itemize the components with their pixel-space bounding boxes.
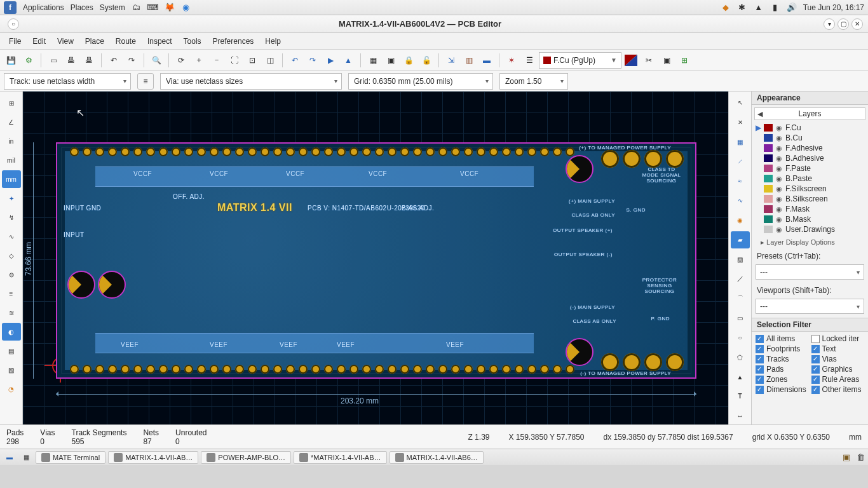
filter-locked-iter[interactable]: Locked iter	[811, 334, 865, 343]
layer-color-swatch[interactable]	[764, 124, 773, 132]
checkbox-icon[interactable]	[756, 345, 764, 353]
checkbox-icon[interactable]	[756, 355, 764, 363]
layer-color-swatch[interactable]	[764, 154, 773, 162]
mirror-h-icon[interactable]: ▶	[322, 52, 339, 69]
via-outline-toggle[interactable]: ⊖	[2, 266, 21, 283]
fedora-logo-icon[interactable]: f	[4, 1, 17, 14]
layer-color-swatch[interactable]	[764, 185, 773, 193]
grid-select[interactable]: Grid: 0.6350 mm (25.00 mils)▾	[348, 73, 493, 90]
file-manager-icon[interactable]: 🗂	[132, 3, 142, 13]
layer-row-b-paste[interactable]: ▶◉B.Paste	[754, 173, 865, 184]
layer-row-f-paste[interactable]: ▶◉F.Paste	[754, 163, 865, 173]
polar-coords-toggle[interactable]: ∠	[2, 113, 21, 131]
clock[interactable]: Tue Jun 20, 16:17	[803, 3, 864, 12]
zone-display-toggle[interactable]: ▨	[2, 361, 21, 379]
layer-color-swatch[interactable]	[764, 165, 773, 172]
layer-row-b-silkscreen[interactable]: ▶◉B.Silkscreen	[754, 194, 865, 204]
task-item[interactable]: POWER-AMP-BLO…	[201, 451, 291, 464]
menu-view[interactable]: View	[52, 35, 79, 48]
layer-row-f-silkscreen[interactable]: ▶◉F.Silkscreen	[754, 184, 865, 194]
wifi-icon[interactable]: ▲	[754, 3, 764, 13]
filter-all-items[interactable]: All items	[756, 334, 809, 343]
visibility-eye-icon[interactable]: ◉	[776, 165, 782, 173]
menu-preferences[interactable]: Preferences	[208, 35, 259, 48]
task-item[interactable]: *MATRIX-1.4-VII-AB…	[294, 451, 386, 464]
lock-icon[interactable]: 🔒	[400, 52, 417, 69]
show-grid-toggle[interactable]: ⊞	[2, 94, 21, 112]
draw-arc-icon[interactable]: ⌒	[731, 290, 750, 307]
layer-row-b-mask[interactable]: ▶◉B.Mask	[754, 214, 865, 224]
curved-ratsnest-toggle[interactable]: ∿	[2, 227, 21, 245]
via-size-select[interactable]: Via: use netclass sizes▾	[160, 73, 342, 90]
track-outline-toggle[interactable]: ≡	[2, 285, 21, 302]
add-text-icon[interactable]: T	[731, 388, 750, 405]
filter-dimensions[interactable]: Dimensions	[756, 385, 809, 394]
active-layer-select[interactable]: F.Cu (PgUp) ▼	[539, 52, 621, 69]
terminal-icon[interactable]: ⌨	[148, 3, 158, 13]
layer-pair-icon[interactable]	[623, 52, 639, 69]
scripting-console-icon[interactable]: ▣	[658, 52, 675, 69]
filter-text[interactable]: Text	[811, 344, 865, 353]
maximize-button[interactable]: ▢	[837, 18, 849, 30]
visibility-eye-icon[interactable]: ◉	[776, 154, 782, 163]
visibility-eye-icon[interactable]: ◉	[776, 226, 782, 234]
filter-pads[interactable]: Pads	[756, 365, 809, 374]
pcb-canvas[interactable]: ↖ MATRIX 1.4 VII PCB	[23, 92, 728, 424]
visibility-eye-icon[interactable]: ◉	[776, 124, 782, 132]
minimize-button[interactable]: ▾	[824, 18, 835, 30]
volume-icon[interactable]: 🔊	[787, 3, 797, 13]
layers-manager-toggle[interactable]: ◔	[2, 380, 21, 398]
show-desktop-icon[interactable]: ▬	[3, 449, 17, 466]
visibility-eye-icon[interactable]: ◉	[776, 215, 782, 224]
draw-polygon-icon[interactable]: ⬠	[731, 349, 750, 366]
layer-color-swatch[interactable]	[764, 226, 773, 233]
checkbox-icon[interactable]	[756, 365, 764, 374]
layer-row-f-mask[interactable]: ▶◉F.Mask	[754, 204, 865, 214]
tray-trash-icon[interactable]: 🗑	[855, 452, 865, 463]
footprint-wizard-icon[interactable]: ▦	[365, 52, 381, 69]
rotate-cw-icon[interactable]: ↷	[304, 52, 321, 69]
layer-color-swatch[interactable]	[764, 195, 773, 203]
units-mm-toggle[interactable]: mm	[2, 170, 21, 188]
place-footprint-icon[interactable]: ▦	[731, 133, 750, 151]
package-icon[interactable]: ◆	[721, 3, 731, 13]
outline-mode-toggle[interactable]: ◇	[2, 247, 21, 264]
filter-other-items[interactable]: Other items	[811, 385, 865, 394]
filter-zones[interactable]: Zones	[756, 375, 809, 384]
zoom-in-icon[interactable]: ＋	[191, 52, 207, 69]
zoom-select[interactable]: Zoom 1.50▾	[499, 73, 568, 90]
checkbox-icon[interactable]	[811, 335, 820, 343]
find-icon[interactable]: 🔍	[148, 52, 165, 69]
net-color-toggle[interactable]: ▤	[2, 342, 21, 360]
design-block-icon[interactable]: ⊞	[676, 52, 693, 69]
layer-row-user-drawings[interactable]: ▶◉User.Drawings	[754, 224, 865, 234]
sys-menu-system[interactable]: System	[100, 3, 125, 12]
add-dimension-icon[interactable]: ↔	[731, 407, 750, 424]
close-button[interactable]: ✕	[851, 18, 863, 30]
sys-menu-applications[interactable]: Applications	[23, 3, 64, 12]
checkbox-icon[interactable]	[811, 386, 820, 394]
layer-color-swatch[interactable]	[764, 205, 773, 213]
bluetooth-icon[interactable]: ✱	[737, 3, 747, 13]
filter-rule-areas[interactable]: Rule Areas	[811, 375, 865, 384]
layer-row-f-adhesive[interactable]: ▶◉F.Adhesive	[754, 143, 865, 153]
layer-display-options-label[interactable]: Layer Display Options	[766, 238, 835, 246]
visibility-eye-icon[interactable]: ◉	[776, 195, 782, 203]
battery-icon[interactable]: ▮	[770, 3, 780, 13]
refresh-icon[interactable]: ⟳	[173, 52, 189, 69]
plot-icon[interactable]: 🖶	[81, 52, 97, 69]
menu-tools[interactable]: Tools	[179, 35, 207, 48]
redo-icon[interactable]: ↷	[123, 52, 140, 69]
layer-row-f-cu[interactable]: ▶◉F.Cu	[754, 123, 865, 133]
workspace-switcher-icon[interactable]: ▦	[19, 449, 33, 466]
visibility-eye-icon[interactable]: ◉	[776, 205, 782, 214]
save-icon[interactable]: 💾	[3, 52, 19, 69]
presets-select[interactable]: ---▾	[756, 264, 864, 280]
visibility-eye-icon[interactable]: ◉	[776, 134, 782, 142]
add-image-icon[interactable]: ▲	[731, 369, 750, 386]
visibility-eye-icon[interactable]: ◉	[776, 175, 782, 183]
checkbox-icon[interactable]	[756, 386, 764, 394]
unlock-icon[interactable]: 🔓	[418, 52, 435, 69]
filter-graphics[interactable]: Graphics	[811, 365, 865, 374]
select-tool-icon[interactable]: ↖	[731, 94, 750, 111]
